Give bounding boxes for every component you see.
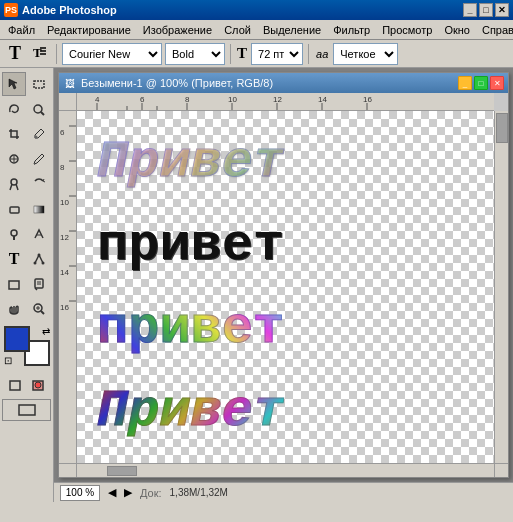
font-name-select[interactable]: Courier New bbox=[62, 43, 162, 65]
crop-tool[interactable] bbox=[2, 122, 26, 146]
path-select-tool[interactable] bbox=[27, 247, 51, 271]
screen-mode-button[interactable] bbox=[2, 399, 51, 421]
menu-view[interactable]: Просмотр bbox=[376, 22, 438, 38]
ruler-v-area: 6 8 10 12 14 16 bbox=[59, 111, 508, 463]
vscroll-thumb[interactable] bbox=[496, 113, 508, 143]
text-tool-button[interactable]: T bbox=[4, 43, 26, 65]
tool-row-1 bbox=[2, 72, 51, 96]
tool-row-6 bbox=[2, 197, 51, 221]
tool-row-8: T bbox=[2, 247, 51, 271]
doc-maximize-button[interactable]: □ bbox=[474, 76, 488, 90]
close-button[interactable]: ✕ bbox=[495, 3, 509, 17]
gradient-tool[interactable] bbox=[27, 197, 51, 221]
eraser-tool[interactable] bbox=[2, 197, 26, 221]
text-layer-privet-4[interactable]: Привет bbox=[97, 382, 284, 441]
menu-filter[interactable]: Фильтр bbox=[327, 22, 376, 38]
svg-point-15 bbox=[11, 230, 17, 236]
menu-window[interactable]: Окно bbox=[438, 22, 476, 38]
menu-file[interactable]: Файл bbox=[2, 22, 41, 38]
svg-rect-31 bbox=[19, 405, 35, 415]
toolbar-separator-2 bbox=[230, 44, 231, 64]
swap-colors-icon[interactable]: ⇄ bbox=[42, 326, 50, 337]
shape-tool[interactable] bbox=[2, 272, 26, 296]
eyedropper-tool[interactable] bbox=[27, 122, 51, 146]
maximize-button[interactable]: □ bbox=[479, 3, 493, 17]
paragraph-orient-button[interactable]: T bbox=[29, 43, 51, 65]
svg-text:8: 8 bbox=[185, 95, 190, 104]
vertical-ruler: 6 8 10 12 14 16 bbox=[59, 111, 77, 463]
bottom-ruler-row bbox=[59, 463, 508, 477]
healing-tool[interactable] bbox=[2, 147, 26, 171]
quick-mask-button[interactable] bbox=[27, 373, 49, 397]
font-style-select[interactable]: Bold bbox=[165, 43, 225, 65]
horizontal-scrollbar[interactable] bbox=[77, 463, 494, 477]
notes-tool[interactable] bbox=[27, 272, 51, 296]
document-window: 🖼 Безымени-1 @ 100% (Привет, RGB/8) _ □ … bbox=[58, 72, 509, 478]
lasso-tool[interactable] bbox=[2, 97, 26, 121]
svg-text:16: 16 bbox=[363, 95, 372, 104]
toolbar-separator-3 bbox=[308, 44, 309, 64]
menu-edit[interactable]: Редактирование bbox=[41, 22, 137, 38]
main-area: T ⊡ ⇄ bbox=[0, 68, 513, 502]
title-bar-buttons: _ □ ✕ bbox=[463, 3, 509, 17]
mode-buttons-row bbox=[4, 373, 49, 397]
menu-image[interactable]: Изображение bbox=[137, 22, 218, 38]
svg-marker-4 bbox=[9, 79, 17, 89]
minimize-button[interactable]: _ bbox=[463, 3, 477, 17]
status-nav-right[interactable]: ▶ bbox=[124, 486, 132, 499]
document-icon: 🖼 bbox=[63, 76, 77, 90]
doc-close-button[interactable]: ✕ bbox=[490, 76, 504, 90]
hand-tool[interactable] bbox=[2, 297, 26, 321]
tool-row-2 bbox=[2, 97, 51, 121]
status-bar: 100 % ◀ ▶ Док: 1,38M/1,32M bbox=[54, 482, 513, 502]
marquee-tool[interactable] bbox=[27, 72, 51, 96]
standard-mode-button[interactable] bbox=[4, 373, 26, 397]
status-doc-info: 1,38M/1,32M bbox=[170, 487, 228, 498]
menu-layer[interactable]: Слой bbox=[218, 22, 257, 38]
quick-select-tool[interactable] bbox=[27, 97, 51, 121]
foreground-color-swatch[interactable] bbox=[4, 326, 30, 352]
text-layer-privet-1[interactable]: Привет bbox=[97, 133, 284, 192]
svg-rect-14 bbox=[34, 206, 44, 213]
app-icon: PS bbox=[4, 3, 18, 17]
reset-colors-icon[interactable]: ⊡ bbox=[4, 355, 12, 366]
tool-row-7 bbox=[2, 222, 51, 246]
menu-select[interactable]: Выделение bbox=[257, 22, 327, 38]
svg-point-17 bbox=[38, 254, 41, 257]
menu-help[interactable]: Справк... bbox=[476, 22, 513, 38]
app-title: Adobe Photoshop bbox=[22, 4, 463, 16]
zoom-tool[interactable] bbox=[27, 297, 51, 321]
pen-tool[interactable] bbox=[27, 222, 51, 246]
font-size-select[interactable]: 72 пт bbox=[251, 43, 303, 65]
doc-minimize-button[interactable]: _ bbox=[458, 76, 472, 90]
options-toolbar: T T Courier New Bold T 72 пт aa Четкое bbox=[0, 40, 513, 68]
svg-text:4: 4 bbox=[95, 95, 100, 104]
text-tool[interactable]: T bbox=[2, 247, 26, 271]
svg-point-30 bbox=[35, 382, 41, 388]
paragraph-icon: T bbox=[32, 44, 48, 63]
clone-tool[interactable] bbox=[2, 172, 26, 196]
text-layer-privet-2[interactable]: привет bbox=[97, 216, 284, 275]
zoom-level[interactable]: 100 % bbox=[60, 485, 100, 501]
title-bar: PS Adobe Photoshop _ □ ✕ bbox=[0, 0, 513, 20]
dodge-tool[interactable] bbox=[2, 222, 26, 246]
vertical-scrollbar[interactable] bbox=[494, 111, 508, 463]
hscroll-thumb[interactable] bbox=[107, 466, 137, 476]
antialiasing-select[interactable]: Четкое bbox=[333, 43, 398, 65]
history-brush-tool[interactable] bbox=[27, 172, 51, 196]
svg-point-19 bbox=[42, 262, 45, 265]
text-tool-icon: T bbox=[9, 43, 21, 64]
move-tool[interactable] bbox=[2, 72, 26, 96]
status-nav-left[interactable]: ◀ bbox=[108, 486, 116, 499]
svg-text:14: 14 bbox=[318, 95, 327, 104]
svg-rect-20 bbox=[9, 281, 19, 289]
document-title: Безымени-1 @ 100% (Привет, RGB/8) bbox=[81, 77, 456, 89]
ruler-corner bbox=[59, 93, 77, 111]
text-layer-privet-3[interactable]: привет bbox=[97, 299, 284, 358]
toolbox: T ⊡ ⇄ bbox=[0, 68, 54, 502]
svg-point-8 bbox=[35, 136, 38, 139]
brush-tool[interactable] bbox=[27, 147, 51, 171]
svg-line-7 bbox=[41, 112, 44, 115]
svg-point-18 bbox=[34, 262, 37, 265]
svg-text:10: 10 bbox=[228, 95, 237, 104]
